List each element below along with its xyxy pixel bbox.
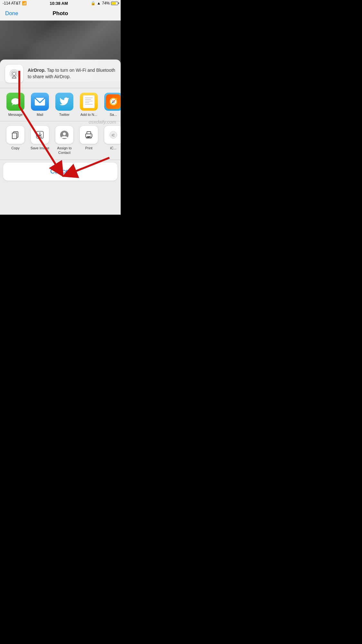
- status-time: 10:38 AM: [50, 1, 68, 6]
- notes-icon: [80, 93, 98, 111]
- battery-percent: 74%: [102, 1, 110, 5]
- app-label-message: Message: [8, 113, 23, 117]
- airdrop-icon: [5, 65, 23, 83]
- svg-rect-11: [12, 133, 17, 139]
- app-item-message[interactable]: Message: [3, 93, 28, 117]
- status-left: -114 AT&T 📶: [3, 1, 27, 5]
- svg-text:iC: iC: [112, 134, 115, 137]
- wifi-icon: 📶: [22, 1, 27, 5]
- share-sheet: osxdaily.com AirDrop. Tap to turn on Wi-…: [0, 60, 121, 215]
- action-item-copy[interactable]: Copy: [3, 126, 28, 155]
- nav-bar: Done Photo: [0, 6, 121, 21]
- airdrop-description: AirDrop. Tap to turn on Wi-Fi and Blueto…: [28, 67, 116, 80]
- app-item-safari[interactable]: 🧭 Sa...: [101, 93, 121, 117]
- app-icons-row: Message Mail Twitter: [0, 88, 121, 121]
- svg-point-0: [13, 72, 16, 75]
- svg-point-6: [11, 98, 20, 105]
- status-bar: -114 AT&T 📶 10:38 AM 🔒 ▲ 74%: [0, 0, 121, 6]
- app-label-twitter: Twitter: [59, 113, 70, 117]
- app-item-notes[interactable]: Add to N...: [77, 93, 101, 117]
- action-item-save-image[interactable]: Save Image: [28, 126, 52, 155]
- action-label-copy: Copy: [11, 146, 20, 150]
- app-label-notes: Add to N...: [80, 113, 97, 117]
- copy-action-icon: [6, 126, 24, 144]
- svg-point-22: [90, 135, 91, 135]
- app-label-safari: Sa...: [110, 113, 117, 117]
- print-icon: [80, 126, 98, 144]
- nav-title: Photo: [52, 10, 68, 17]
- action-label-ic: iC...: [110, 146, 116, 150]
- svg-point-16: [63, 133, 66, 135]
- save-image-icon: [31, 126, 49, 144]
- airdrop-svg: [8, 68, 20, 79]
- action-label-print: Print: [85, 146, 93, 150]
- cancel-label: Cancel: [50, 168, 70, 175]
- app-item-mail[interactable]: Mail: [28, 93, 52, 117]
- battery-icon: [111, 2, 118, 5]
- action-item-print[interactable]: Print: [77, 126, 101, 155]
- cancel-button[interactable]: Cancel: [3, 163, 117, 181]
- message-icon: [6, 93, 24, 111]
- twitter-icon: [55, 93, 73, 111]
- svg-marker-7: [12, 104, 15, 106]
- action-label-save-image: Save Image: [31, 146, 50, 150]
- action-label-assign-contact: Assign to Contact: [57, 146, 71, 155]
- lock-icon: 🔒: [91, 1, 96, 5]
- airdrop-row[interactable]: AirDrop. Tap to turn on Wi-Fi and Blueto…: [0, 60, 121, 88]
- done-button[interactable]: Done: [5, 10, 18, 17]
- ic-icon: iC: [104, 126, 121, 144]
- action-item-ic[interactable]: iC iC...: [101, 126, 121, 155]
- action-icons-row: Copy Save Image Assign to: [0, 121, 121, 160]
- location-icon: ▲: [97, 1, 101, 5]
- safari-icon: 🧭: [104, 93, 121, 111]
- mail-icon: [31, 93, 49, 111]
- assign-contact-icon: [55, 126, 73, 144]
- status-right: 🔒 ▲ 74%: [91, 1, 118, 5]
- app-item-twitter[interactable]: Twitter: [52, 93, 77, 117]
- app-label-mail: Mail: [37, 113, 43, 117]
- action-item-assign-contact[interactable]: Assign to Contact: [52, 126, 77, 155]
- carrier-text: -114 AT&T: [3, 1, 21, 5]
